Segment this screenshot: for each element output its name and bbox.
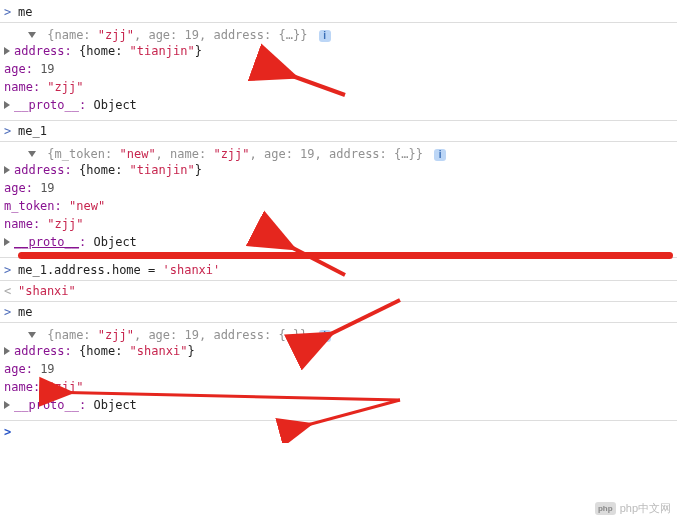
property-proto[interactable]: __proto__: Object (4, 96, 671, 114)
console-input-text: me (18, 305, 32, 319)
property-proto[interactable]: __proto__: Object (4, 396, 671, 414)
caret-right-icon[interactable] (4, 347, 10, 355)
console-cursor-prompt[interactable]: > (0, 421, 677, 443)
console-output-text: "shanxi" (18, 284, 76, 298)
property-address[interactable]: address: {home: "tianjin"} (4, 161, 671, 179)
info-icon[interactable]: i (319, 30, 331, 42)
property-name: name: "zjj" (4, 215, 671, 233)
caret-down-icon[interactable] (28, 32, 36, 38)
caret-right-icon[interactable] (4, 47, 10, 55)
output-prompt-icon: < (4, 284, 18, 298)
console-input-row[interactable]: > me (0, 302, 677, 323)
console-output-block: {m_token: "new", name: "zjj", age: 19, a… (0, 142, 677, 257)
input-prompt-icon: > (4, 305, 18, 319)
info-icon[interactable]: i (319, 330, 331, 342)
info-icon[interactable]: i (434, 149, 446, 161)
console-input-text: me_1 (18, 124, 47, 138)
input-prompt-icon: > (4, 263, 18, 277)
property-age: age: 19 (4, 360, 671, 378)
console-output-block: {name: "zjj", age: 19, address: {…}} i a… (0, 23, 677, 121)
console-input-row[interactable]: > me (0, 2, 677, 23)
property-age: age: 19 (4, 179, 671, 197)
caret-right-icon[interactable] (4, 401, 10, 409)
annotation-bar (18, 252, 673, 259)
property-age: age: 19 (4, 60, 671, 78)
property-name: name: "zjj" (4, 378, 671, 396)
console-input-row[interactable]: > me_1.address.home = 'shanxi' (0, 257, 677, 281)
console-output-block: {name: "zjj", age: 19, address: {…}} i a… (0, 323, 677, 421)
property-name: name: "zjj" (4, 78, 671, 96)
console-input-row[interactable]: > me_1 (0, 121, 677, 142)
caret-right-icon[interactable] (4, 101, 10, 109)
console-output-row: < "shanxi" (0, 281, 677, 302)
object-summary[interactable]: {name: "zjj", age: 19, address: {…}} i (4, 326, 671, 342)
console-input-text: me (18, 5, 32, 19)
caret-down-icon[interactable] (28, 151, 36, 157)
object-summary[interactable]: {name: "zjj", age: 19, address: {…}} i (4, 26, 671, 42)
caret-right-icon[interactable] (4, 166, 10, 174)
property-address[interactable]: address: {home: "shanxi"} (4, 342, 671, 360)
property-mtoken: m_token: "new" (4, 197, 671, 215)
input-prompt-icon: > (4, 5, 18, 19)
property-address[interactable]: address: {home: "tianjin"} (4, 42, 671, 60)
console-input-text: me_1.address.home = 'shanxi' (18, 263, 220, 277)
object-summary[interactable]: {m_token: "new", name: "zjj", age: 19, a… (4, 145, 671, 161)
caret-right-icon[interactable] (4, 238, 10, 246)
input-prompt-icon: > (4, 124, 18, 138)
caret-down-icon[interactable] (28, 332, 36, 338)
property-proto[interactable]: __proto__: Object (4, 233, 671, 251)
